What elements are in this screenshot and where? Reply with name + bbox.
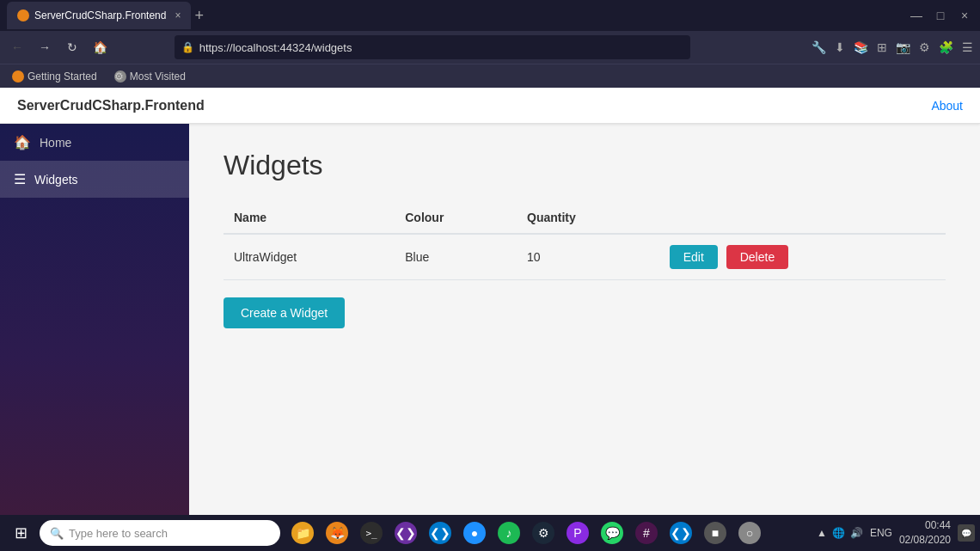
taskbar: ⊞ 🔍 Type here to search 📁 🦊 >_ ❮❯ ❮❯ ● ♪… (0, 515, 980, 551)
slack-icon: # (635, 522, 658, 544)
taskbar-vscode-purple[interactable]: ❮❯ (390, 517, 421, 548)
taskbar-steam[interactable]: ⚙ (528, 517, 559, 548)
system-tray: ▲ 🌐 🔊 ENG 00:44 02/08/2020 💬 (817, 518, 975, 548)
vscode-blue2-icon: ❮❯ (670, 522, 692, 544)
start-button[interactable]: ⊞ (5, 517, 36, 548)
home-nav-icon: 🏠 (14, 134, 31, 150)
notification-area[interactable]: 💬 (958, 524, 975, 542)
page-body: Widgets Name Colour Quantity UltraWidget… (189, 124, 980, 515)
system-clock: 00:44 02/08/2020 (899, 518, 951, 548)
taskbar-blue-app[interactable]: ● (459, 517, 490, 548)
edit-button[interactable]: Edit (670, 245, 718, 269)
taskbar-whatsapp[interactable]: 💬 (597, 517, 628, 548)
clock-time: 00:44 (899, 518, 951, 533)
table-row: UltraWidget Blue 10 Edit Delete (224, 234, 946, 280)
active-tab[interactable]: ServerCrudCSharp.Frontend × (7, 2, 191, 29)
url-bar[interactable]: 🔒 https://localhost:44324/widgets (175, 35, 690, 59)
new-tab-button[interactable]: + (194, 7, 204, 25)
col-header-quantity: Quantity (517, 202, 659, 234)
tab-close-button[interactable]: × (175, 9, 181, 21)
taskbar-search-bar[interactable]: 🔍 Type here to search (40, 520, 280, 546)
circle-app-icon: ○ (738, 522, 761, 544)
taskbar-vscode-blue2[interactable]: ❮❯ (665, 517, 696, 548)
about-link[interactable]: About (931, 99, 963, 113)
address-bar: ← → ↻ 🏠 🔒 https://localhost:44324/widget… (0, 31, 980, 64)
file-explorer-icon: 📁 (291, 522, 314, 544)
purple-p-icon: P (567, 522, 589, 544)
tab-favicon (17, 9, 29, 21)
spotify-icon: ♪ (498, 522, 520, 544)
vscode-purple-icon: ❮❯ (395, 522, 417, 544)
widgets-nav-icon: ☰ (14, 171, 26, 187)
back-button[interactable]: ← (7, 37, 28, 58)
page-title: Widgets (224, 150, 946, 181)
window-controls: — □ × (908, 7, 973, 24)
delete-button[interactable]: Delete (726, 245, 788, 269)
top-navbar: ServerCrudCSharp.Frontend About (0, 88, 980, 124)
sidebar-item-widgets[interactable]: ☰ Widgets (0, 161, 189, 198)
vscode-blue-icon: ❮❯ (429, 522, 451, 544)
tray-eng-label: ENG (870, 527, 892, 539)
create-widget-button[interactable]: Create a Widget (224, 297, 345, 328)
minimize-button[interactable]: — (908, 7, 925, 24)
taskbar-file-explorer[interactable]: 📁 (287, 517, 318, 548)
sidebar-item-home[interactable]: 🏠 Home (0, 124, 189, 161)
whatsapp-icon: 💬 (601, 522, 623, 544)
widget-colour: Blue (395, 234, 517, 280)
widget-name: UltraWidget (224, 234, 395, 280)
sidebar: 🏠 Home ☰ Widgets (0, 124, 189, 515)
sidebar-home-label: Home (40, 136, 71, 150)
search-placeholder-text: Type here to search (69, 527, 168, 540)
tools-icon[interactable]: 🔧 (812, 40, 826, 54)
tray-up-arrow: ▲ (817, 527, 827, 539)
addon-icon[interactable]: 🧩 (939, 40, 953, 54)
toolbar-icons: 🔧 ⬇ 📚 ⊞ 📷 ⚙ 🧩 ☰ (812, 40, 973, 54)
bookmark-getting-started-label: Getting Started (28, 70, 97, 83)
taskbar-slack[interactable]: # (631, 517, 662, 548)
gear-bookmark-icon: ⚙ (114, 70, 126, 83)
close-window-button[interactable]: × (956, 7, 973, 24)
tray-volume: 🔊 (850, 527, 863, 539)
col-header-name: Name (224, 202, 395, 234)
taskbar-purple-p[interactable]: P (562, 517, 593, 548)
col-header-colour: Colour (395, 202, 517, 234)
bookmark-most-visited[interactable]: ⚙ Most Visited (109, 69, 191, 84)
clock-date: 02/08/2020 (899, 533, 951, 548)
taskbar-firefox[interactable]: 🦊 (322, 517, 352, 548)
taskbar-spotify[interactable]: ♪ (493, 517, 524, 548)
search-icon: 🔍 (50, 527, 64, 540)
refresh-button[interactable]: ↻ (62, 37, 83, 58)
download-icon[interactable]: ⬇ (835, 40, 845, 54)
widget-quantity: 10 (517, 234, 659, 280)
taskbar-terminal[interactable]: >_ (356, 517, 387, 548)
widget-actions: Edit Delete (659, 234, 946, 280)
tray-icons: ▲ 🌐 🔊 (817, 527, 863, 539)
col-header-actions (659, 202, 946, 234)
firefox-icon: 🦊 (326, 522, 348, 544)
url-text: https://localhost:44324/widgets (199, 41, 352, 54)
terminal-icon: >_ (360, 522, 383, 544)
steam-icon: ⚙ (532, 522, 554, 544)
taskbar-gray-app[interactable]: ■ (700, 517, 731, 548)
widgets-table: Name Colour Quantity UltraWidget Blue 10… (224, 202, 946, 280)
settings-icon[interactable]: ⚙ (919, 40, 930, 54)
blue-app-icon: ● (463, 522, 486, 544)
taskbar-vscode-blue[interactable]: ❮❯ (425, 517, 456, 548)
camera-icon[interactable]: 📷 (896, 40, 910, 54)
forward-button[interactable]: → (34, 37, 55, 58)
maximize-button[interactable]: □ (932, 7, 949, 24)
tab-bar: ServerCrudCSharp.Frontend × + (7, 2, 903, 29)
sidebar-widgets-label: Widgets (34, 173, 78, 187)
browser-titlebar: ServerCrudCSharp.Frontend × + — □ × (0, 0, 980, 31)
library-icon[interactable]: 📚 (854, 40, 868, 54)
home-button[interactable]: 🏠 (89, 37, 110, 58)
lock-icon: 🔒 (181, 41, 194, 53)
menu-icon[interactable]: ☰ (962, 40, 973, 54)
bookmark-getting-started[interactable]: Getting Started (7, 69, 102, 84)
firefox-bookmark-icon (12, 70, 24, 83)
synced-tabs-icon[interactable]: ⊞ (877, 40, 887, 54)
taskbar-apps: 📁 🦊 >_ ❮❯ ❮❯ ● ♪ ⚙ P 💬 # (287, 517, 765, 548)
taskbar-circle-app[interactable]: ○ (734, 517, 765, 548)
bookmarks-bar: Getting Started ⚙ Most Visited (0, 64, 980, 88)
bookmark-most-visited-label: Most Visited (130, 70, 186, 83)
